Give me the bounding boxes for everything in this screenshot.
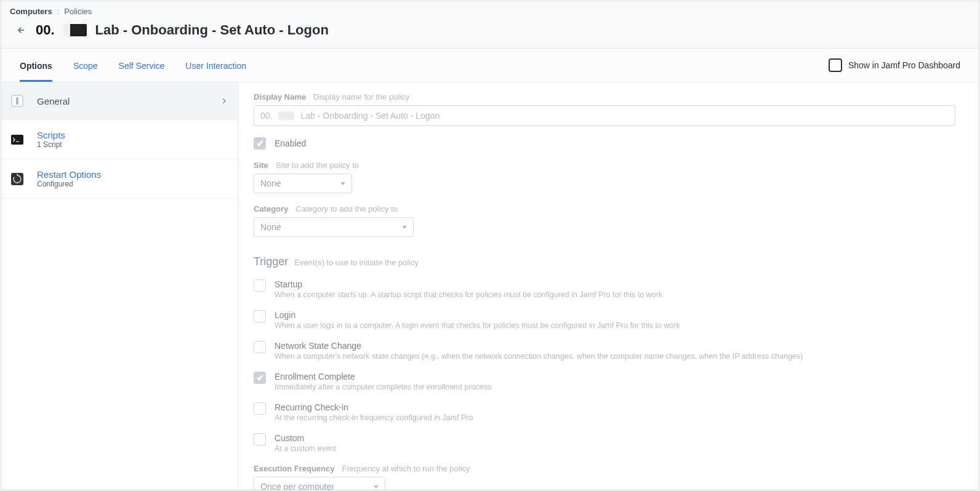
trigger-desc: At a custom event (275, 444, 336, 453)
sidebar: General Scripts 1 Script Restart Options (1, 82, 239, 490)
sidebar-item-label: Scripts (37, 130, 227, 140)
breadcrumb-root[interactable]: Computers (10, 7, 52, 16)
chevron-down-icon (374, 485, 379, 489)
display-name-hint: Display name for the policy (313, 92, 409, 102)
back-button[interactable] (14, 23, 27, 37)
trigger-label: Enrollment Complete (275, 372, 491, 381)
trigger-title: Trigger (254, 255, 288, 268)
execution-frequency-value: Once per computer (260, 482, 334, 490)
trigger-checkbox[interactable] (254, 279, 266, 292)
tab-self-service[interactable]: Self Service (119, 49, 165, 82)
trigger-checkbox[interactable] (254, 310, 266, 322)
category-select[interactable]: None (254, 217, 414, 237)
svg-rect-2 (11, 135, 23, 145)
sidebar-item-general[interactable]: General (1, 82, 238, 120)
sidebar-item-sub: 1 Script (37, 140, 227, 149)
scripts-icon (9, 131, 26, 148)
enabled-checkbox[interactable] (254, 137, 266, 150)
sidebar-item-restart[interactable]: Restart Options Configured (1, 159, 238, 199)
sidebar-item-scripts[interactable]: Scripts 1 Script (1, 120, 238, 159)
sidebar-item-sub: Configured (37, 180, 227, 188)
arrow-left-icon (15, 25, 26, 36)
category-hint: Category to add the policy to (295, 204, 398, 214)
sidebar-item-label: General (37, 96, 210, 106)
site-label: Site (254, 161, 268, 170)
tabs: Options Scope Self Service User Interact… (20, 49, 246, 82)
category-label: Category (254, 204, 288, 214)
general-icon (9, 92, 26, 110)
display-name-label: Display Name (254, 92, 306, 102)
execution-frequency-label: Execution Frequency (254, 464, 334, 473)
site-hint: Site to add the policy to (276, 161, 359, 170)
page-title: Lab - Onboarding - Set Auto - Logon (95, 22, 329, 38)
trigger-desc: When a user logs in to a computer. A log… (275, 321, 680, 330)
execution-frequency-hint: Frequency at which to run the policy (342, 464, 470, 473)
display-name-input[interactable]: 00. Lab - Onboarding - Set Auto - Logon (254, 105, 955, 126)
trigger-label: Custom (275, 433, 336, 443)
breadcrumb: Computers : Policies (1, 1, 979, 18)
trigger-label: Login (275, 310, 680, 320)
trigger-desc: Immediately after a computer completes t… (275, 383, 491, 391)
enabled-row: Enabled (254, 137, 964, 150)
trigger-label: Recurring Check-in (275, 402, 473, 412)
breadcrumb-separator: : (57, 7, 60, 16)
trigger-checkbox[interactable] (254, 402, 266, 415)
trigger-desc: When a computer's network state changes … (275, 352, 803, 361)
chevron-down-icon (402, 226, 407, 229)
trigger-row: Network State ChangeWhen a computer's ne… (254, 341, 931, 361)
tab-scope[interactable]: Scope (73, 49, 98, 82)
trigger-row: CustomAt a custom event (254, 433, 931, 453)
redacted-text (63, 24, 87, 36)
trigger-label: Network State Change (275, 341, 803, 351)
main-panel: Display Name Display name for the policy… (239, 82, 979, 490)
trigger-row: Enrollment CompleteImmediately after a c… (254, 372, 931, 391)
trigger-row: LoginWhen a user logs in to a computer. … (254, 310, 931, 330)
svg-rect-1 (16, 97, 18, 105)
sidebar-item-label: Restart Options (37, 169, 227, 180)
chevron-down-icon (340, 182, 345, 185)
trigger-checkbox[interactable] (254, 372, 266, 384)
site-value: None (260, 178, 281, 188)
show-in-dashboard-label: Show in Jamf Pro Dashboard (848, 60, 960, 70)
breadcrumb-current: Policies (64, 7, 92, 16)
site-select[interactable]: None (254, 174, 352, 193)
trigger-checkbox[interactable] (254, 433, 266, 445)
redacted-text (278, 111, 294, 120)
trigger-row: StartupWhen a computer starts up. A star… (254, 279, 931, 299)
enabled-label: Enabled (275, 138, 306, 148)
chevron-right-icon (221, 98, 227, 104)
display-name-prefix: 00. (260, 111, 272, 121)
trigger-desc: When a computer starts up. A startup scr… (275, 290, 662, 299)
title-bar: 00. Lab - Onboarding - Set Auto - Logon (1, 18, 979, 49)
trigger-hint: Event(s) to use to initiate the policy (294, 258, 419, 267)
trigger-row: Recurring Check-inAt the recurring check… (254, 402, 931, 422)
trigger-checkbox[interactable] (254, 341, 266, 353)
restart-icon (9, 170, 26, 188)
tab-user-interaction[interactable]: User Interaction (185, 49, 246, 82)
show-in-dashboard: Show in Jamf Pro Dashboard (829, 58, 960, 72)
execution-frequency-select[interactable]: Once per computer (254, 477, 385, 490)
tabs-bar: Options Scope Self Service User Interact… (1, 49, 979, 82)
show-in-dashboard-checkbox[interactable] (829, 58, 842, 72)
trigger-label: Startup (275, 279, 662, 289)
title-prefix: 00. (36, 22, 55, 38)
tab-options[interactable]: Options (20, 49, 52, 82)
category-value: None (260, 222, 281, 232)
display-name-value: Lab - Onboarding - Set Auto - Logon (300, 111, 440, 121)
trigger-desc: At the recurring check-in frequency conf… (275, 413, 473, 422)
